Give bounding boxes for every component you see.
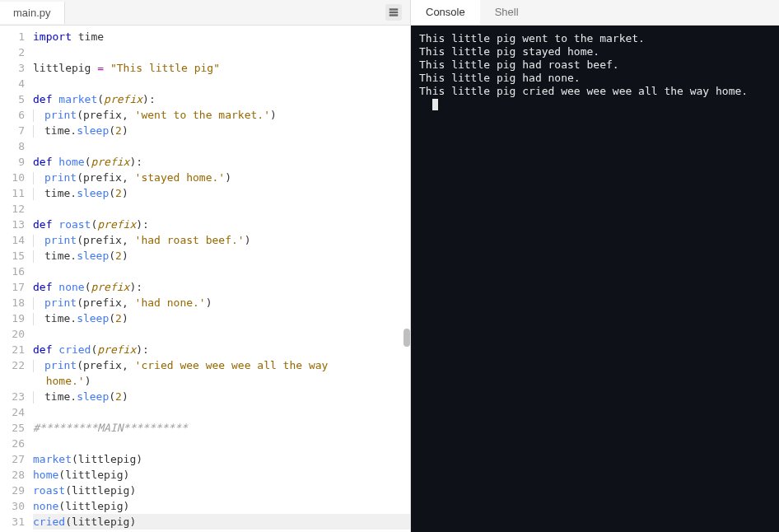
code-line[interactable]: print(prefix, 'had roast beef.') bbox=[33, 232, 410, 248]
code-line[interactable] bbox=[33, 76, 410, 91]
svg-rect-0 bbox=[390, 9, 397, 10]
line-number: 1 bbox=[0, 29, 25, 44]
code-line[interactable]: print(prefix, 'cried wee wee wee all the… bbox=[33, 357, 410, 373]
line-number: 24 bbox=[0, 404, 25, 420]
line-number: 6 bbox=[0, 107, 25, 123]
console-line: This little pig went to the market. bbox=[419, 32, 771, 45]
code-line[interactable]: littlepig = "This little pig" bbox=[33, 60, 410, 76]
svg-rect-1 bbox=[390, 12, 397, 12]
code-area[interactable]: 12345678910111213141516171819202122 2324… bbox=[0, 26, 410, 532]
line-number: 9 bbox=[0, 154, 25, 170]
code-line[interactable]: def none(prefix): bbox=[33, 279, 410, 295]
code-line[interactable] bbox=[33, 264, 410, 279]
line-number: 28 bbox=[0, 467, 25, 483]
line-number: 16 bbox=[0, 264, 25, 279]
console-line: This little pig stayed home. bbox=[419, 45, 771, 58]
line-number: 10 bbox=[0, 170, 25, 185]
editor-pane: main.py 12345678910111213141516171819202… bbox=[0, 0, 411, 532]
code-line[interactable] bbox=[33, 404, 410, 420]
line-number: 22 bbox=[0, 357, 25, 373]
code-line[interactable]: cried(littlepig) bbox=[33, 514, 410, 530]
console-output[interactable]: This little pig went to the market.This … bbox=[411, 26, 779, 532]
tab-shell[interactable]: Shell bbox=[480, 0, 534, 25]
line-number: 30 bbox=[0, 498, 25, 514]
code-line[interactable]: roast(littlepig) bbox=[33, 483, 410, 498]
code-line[interactable] bbox=[33, 201, 410, 217]
code-line[interactable]: home(littlepig) bbox=[33, 467, 410, 483]
line-number: 5 bbox=[0, 91, 25, 107]
code-line[interactable] bbox=[33, 326, 410, 342]
console-pane: Console Shell This little pig went to th… bbox=[411, 0, 779, 532]
console-prompt[interactable] bbox=[419, 98, 771, 111]
code-line[interactable]: market(littlepig) bbox=[33, 451, 410, 467]
line-number: 20 bbox=[0, 326, 25, 342]
code-line[interactable] bbox=[33, 44, 410, 60]
console-line: This little pig had none. bbox=[419, 72, 771, 85]
console-tabbar: Console Shell bbox=[411, 0, 779, 26]
code-line[interactable] bbox=[33, 138, 410, 154]
line-number: 11 bbox=[0, 185, 25, 201]
line-number: 27 bbox=[0, 451, 25, 467]
code-line[interactable]: #*********MAIN********** bbox=[33, 420, 410, 436]
line-number: 13 bbox=[0, 217, 25, 232]
code-line[interactable]: time.sleep(2) bbox=[33, 123, 410, 138]
line-number: 21 bbox=[0, 342, 25, 357]
line-number-gutter: 12345678910111213141516171819202122 2324… bbox=[0, 26, 33, 532]
line-number: 23 bbox=[0, 389, 25, 404]
code-line[interactable] bbox=[33, 436, 410, 451]
prompt-icon bbox=[419, 98, 426, 110]
code-line[interactable]: import time bbox=[33, 29, 410, 44]
line-number: 17 bbox=[0, 279, 25, 295]
line-number: 3 bbox=[0, 60, 25, 76]
code-line[interactable]: time.sleep(2) bbox=[33, 248, 410, 264]
code-line[interactable]: def home(prefix): bbox=[33, 154, 410, 170]
editor-tabbar: main.py bbox=[0, 0, 410, 26]
editor-scrollbar-thumb[interactable] bbox=[403, 329, 410, 347]
line-number: 15 bbox=[0, 248, 25, 264]
code-line[interactable]: def cried(prefix): bbox=[33, 342, 410, 357]
line-number: 4 bbox=[0, 76, 25, 91]
tab-console[interactable]: Console bbox=[411, 0, 480, 25]
code-line[interactable]: print(prefix, 'went to the market.') bbox=[33, 107, 410, 123]
code-line[interactable]: none(littlepig) bbox=[33, 498, 410, 514]
line-number: 14 bbox=[0, 232, 25, 248]
code-line-wrap[interactable]: home.') bbox=[33, 373, 410, 389]
code-line[interactable]: print(prefix, 'stayed home.') bbox=[33, 170, 410, 185]
code-line[interactable]: time.sleep(2) bbox=[33, 185, 410, 201]
svg-rect-2 bbox=[390, 15, 397, 16]
line-number: 29 bbox=[0, 483, 25, 498]
code-line[interactable]: def roast(prefix): bbox=[33, 217, 410, 232]
line-number: 25 bbox=[0, 420, 25, 436]
line-number: 2 bbox=[0, 44, 25, 60]
code-line[interactable]: def market(prefix): bbox=[33, 91, 410, 107]
code-content[interactable]: import timelittlepig = "This little pig"… bbox=[33, 26, 410, 532]
line-number: 12 bbox=[0, 201, 25, 217]
line-number: 8 bbox=[0, 138, 25, 154]
line-number: 26 bbox=[0, 436, 25, 451]
line-number: 18 bbox=[0, 295, 25, 310]
line-number: 31 bbox=[0, 514, 25, 530]
line-number: 7 bbox=[0, 123, 25, 138]
cursor bbox=[432, 99, 438, 110]
code-line[interactable]: time.sleep(2) bbox=[33, 310, 410, 326]
code-line[interactable]: time.sleep(2) bbox=[33, 389, 410, 404]
console-line: This little pig had roast beef. bbox=[419, 58, 771, 72]
code-line[interactable]: print(prefix, 'had none.') bbox=[33, 295, 410, 310]
editor-settings-icon[interactable] bbox=[385, 4, 402, 21]
console-line: This little pig cried wee wee wee all th… bbox=[419, 85, 771, 98]
line-number: 19 bbox=[0, 310, 25, 326]
file-tab-main[interactable]: main.py bbox=[0, 2, 65, 24]
